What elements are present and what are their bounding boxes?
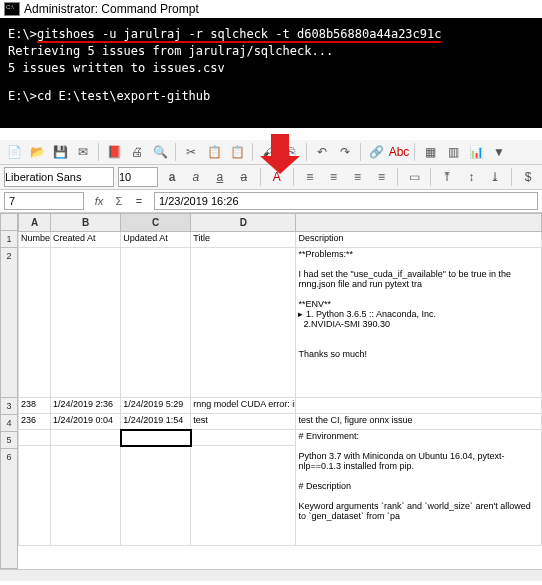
cmd-line-4: E:\>cd E:\test\export-github xyxy=(8,88,534,105)
selected-cell[interactable] xyxy=(121,430,191,446)
undo-icon[interactable]: ↶ xyxy=(312,142,332,162)
align-center-icon[interactable]: ≡ xyxy=(324,167,344,187)
status-bar xyxy=(0,569,542,581)
spreadsheet-window: 📄 📂 💾 ✉ 📕 🖨 🔍 ✂ 📋 📋 🖌 ⎘ ↶ ↷ 🔗 Abc ▦ ▥ 📊 … xyxy=(0,140,542,581)
cell[interactable] xyxy=(19,430,51,446)
cell[interactable] xyxy=(51,248,121,398)
cmd-body[interactable]: E:\>gitshoes -u jarulraj -r sqlcheck -t … xyxy=(0,18,542,128)
cell[interactable] xyxy=(121,248,191,398)
cell[interactable]: 1/24/2019 5:29 xyxy=(121,398,191,414)
new-doc-icon[interactable]: 📄 xyxy=(4,142,24,162)
cmd-icon xyxy=(4,2,20,16)
valign-bot-icon[interactable]: ⤓ xyxy=(485,167,505,187)
row-header[interactable]: 6 xyxy=(0,449,18,569)
preview-icon[interactable]: 🔍 xyxy=(150,142,170,162)
row-headers: 1 2 3 4 5 6 xyxy=(0,213,18,569)
chart-icon[interactable]: 📊 xyxy=(466,142,486,162)
cmd-line-3: 5 issues written to issues.csv xyxy=(8,60,534,77)
valign-top-icon[interactable]: ⤒ xyxy=(437,167,457,187)
pdf-icon[interactable]: 📕 xyxy=(104,142,124,162)
paste-icon[interactable]: 📋 xyxy=(227,142,247,162)
cell[interactable] xyxy=(121,446,191,546)
cmd-line-2: Retrieving 5 issues from jarulraj/sqlche… xyxy=(8,43,534,60)
italic-icon[interactable]: a xyxy=(186,167,206,187)
cell[interactable] xyxy=(191,430,296,446)
select-all-corner[interactable] xyxy=(0,213,18,231)
row-header[interactable]: 3 xyxy=(0,398,18,415)
table-row: **Problems:** I had set the "use_cuda_if… xyxy=(19,248,542,398)
font-size-select[interactable] xyxy=(118,167,158,187)
col-header[interactable]: D xyxy=(191,214,296,232)
cell[interactable]: Created At xyxy=(51,232,121,248)
copy-icon[interactable]: 📋 xyxy=(204,142,224,162)
bold-icon[interactable]: a xyxy=(162,167,182,187)
print-icon[interactable]: 🖨 xyxy=(127,142,147,162)
cell[interactable]: **Problems:** I had set the "use_cuda_if… xyxy=(296,248,542,398)
align-right-icon[interactable]: ≡ xyxy=(348,167,368,187)
cell[interactable] xyxy=(19,248,51,398)
table-row: # Environment: Python 3.7 with Miniconda… xyxy=(19,430,542,446)
cell[interactable]: 236 xyxy=(19,414,51,430)
cell[interactable]: Title xyxy=(191,232,296,248)
fx-icon[interactable]: fx xyxy=(90,192,108,210)
equals-icon[interactable]: = xyxy=(130,192,148,210)
strike-icon[interactable]: a xyxy=(234,167,254,187)
cell[interactable] xyxy=(19,446,51,546)
valign-mid-icon[interactable]: ↕ xyxy=(461,167,481,187)
cell[interactable] xyxy=(51,430,121,446)
email-icon[interactable]: ✉ xyxy=(73,142,93,162)
cell[interactable] xyxy=(191,248,296,398)
cmd-line-1: E:\>gitshoes -u jarulraj -r sqlcheck -t … xyxy=(8,26,534,43)
cell[interactable]: test xyxy=(191,414,296,430)
cell[interactable]: 238 xyxy=(19,398,51,414)
cell[interactable] xyxy=(296,398,542,414)
font-name-select[interactable] xyxy=(4,167,114,187)
col-header[interactable]: A xyxy=(19,214,51,232)
cell[interactable]: 1/24/2019 0:04 xyxy=(51,414,121,430)
row-header[interactable]: 4 xyxy=(0,415,18,432)
command-prompt-window: Administrator: Command Prompt E:\>gitsho… xyxy=(0,0,542,128)
col-header-row: A B C D xyxy=(19,214,542,232)
cell[interactable]: # Environment: Python 3.7 with Miniconda… xyxy=(296,430,542,546)
underline-icon[interactable]: a xyxy=(210,167,230,187)
table-row: 236 1/24/2019 0:04 1/24/2019 1:54 test t… xyxy=(19,414,542,430)
row-header[interactable]: 2 xyxy=(0,248,18,398)
redo-icon[interactable]: ↷ xyxy=(335,142,355,162)
table-row: Number Created At Updated At Title Descr… xyxy=(19,232,542,248)
col-header[interactable]: C xyxy=(121,214,191,232)
cell[interactable]: 1/24/2019 2:36 xyxy=(51,398,121,414)
save-icon[interactable]: 💾 xyxy=(50,142,70,162)
align-justify-icon[interactable]: ≡ xyxy=(372,167,392,187)
column-icon[interactable]: ▥ xyxy=(443,142,463,162)
cell[interactable] xyxy=(51,446,121,546)
cell[interactable]: test the CI, figure onnx issue xyxy=(296,414,542,430)
cell[interactable]: rnng model CUDA error: initializatio xyxy=(191,398,296,414)
table-icon[interactable]: ▦ xyxy=(420,142,440,162)
spellcheck-icon[interactable]: Abc xyxy=(389,142,409,162)
cell[interactable]: Description xyxy=(296,232,542,248)
sum-icon[interactable]: Σ xyxy=(110,192,128,210)
row-header[interactable]: 5 xyxy=(0,432,18,449)
merge-icon[interactable]: ▭ xyxy=(404,167,424,187)
cmd-title: Administrator: Command Prompt xyxy=(24,2,199,16)
row-header[interactable]: 1 xyxy=(0,231,18,248)
filter-icon[interactable]: ▼ xyxy=(489,142,509,162)
table-row: 238 1/24/2019 2:36 1/24/2019 5:29 rnng m… xyxy=(19,398,542,414)
col-header[interactable] xyxy=(296,214,542,232)
cell-reference-input[interactable] xyxy=(4,192,84,210)
sheet-table: A B C D Number Created At Updated At Tit… xyxy=(18,213,542,546)
cell[interactable]: Updated At xyxy=(121,232,191,248)
formula-bar: fx Σ = xyxy=(0,190,542,213)
align-left-icon[interactable]: ≡ xyxy=(300,167,320,187)
link-icon[interactable]: 🔗 xyxy=(366,142,386,162)
open-icon[interactable]: 📂 xyxy=(27,142,47,162)
col-header[interactable]: B xyxy=(51,214,121,232)
currency-icon[interactable]: $ xyxy=(518,167,538,187)
cell[interactable] xyxy=(191,446,296,546)
cell[interactable]: Number xyxy=(19,232,51,248)
cmd-titlebar: Administrator: Command Prompt xyxy=(0,0,542,18)
formula-input[interactable] xyxy=(154,192,538,210)
cell[interactable]: 1/24/2019 1:54 xyxy=(121,414,191,430)
cut-icon[interactable]: ✂ xyxy=(181,142,201,162)
grid: 1 2 3 4 5 6 A B C D Number xyxy=(0,213,542,569)
